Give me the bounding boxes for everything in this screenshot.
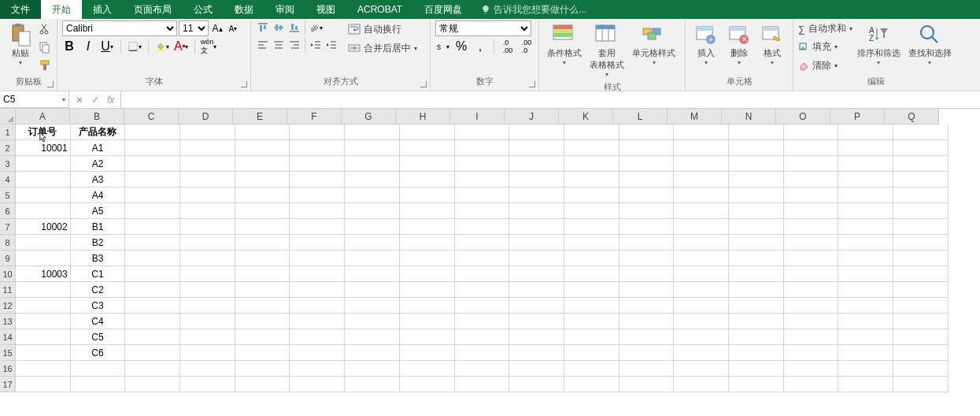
cell-J10[interactable] — [509, 266, 564, 282]
cell-K8[interactable] — [564, 235, 619, 251]
phonetic-button[interactable]: wén文▾ — [202, 39, 216, 54]
cell-I11[interactable] — [455, 282, 510, 298]
cancel-formula-button[interactable]: ✕ — [76, 95, 83, 106]
cell-B15[interactable]: C6 — [71, 345, 126, 361]
cell-D4[interactable] — [180, 172, 235, 188]
cell-A8[interactable] — [16, 235, 71, 251]
col-header-E[interactable]: E — [233, 109, 287, 124]
cell-G11[interactable] — [345, 282, 400, 298]
increase-decimal-button[interactable]: .0.00 — [501, 39, 515, 54]
tell-me[interactable]: 告诉我您想要做什么... — [473, 0, 586, 19]
cell-H17[interactable] — [400, 377, 455, 392]
cell-L6[interactable] — [619, 203, 675, 219]
cell-F16[interactable] — [290, 361, 345, 377]
cell-O3[interactable] — [784, 156, 839, 172]
cell-D13[interactable] — [180, 314, 235, 329]
cell-D8[interactable] — [180, 235, 235, 251]
cell-A14[interactable] — [16, 329, 71, 345]
cell-D7[interactable] — [180, 219, 235, 235]
cell-F15[interactable] — [290, 345, 345, 361]
cell-P4[interactable] — [838, 172, 893, 188]
cell-N8[interactable] — [729, 235, 784, 251]
cell-G12[interactable] — [345, 298, 400, 314]
cell-I3[interactable] — [455, 156, 510, 172]
col-header-J[interactable]: J — [505, 109, 559, 124]
cell-M15[interactable] — [674, 345, 729, 361]
sort-filter-button[interactable]: AZ 排序和筛选▾ — [854, 20, 904, 74]
cell-B14[interactable]: C5 — [71, 329, 126, 345]
row-header-3[interactable]: 3 — [0, 156, 16, 172]
cell-C3[interactable] — [125, 156, 180, 172]
row-header-11[interactable]: 11 — [0, 282, 16, 298]
bold-button[interactable]: B — [62, 39, 76, 54]
cell-B7[interactable]: B1 — [71, 219, 126, 235]
col-header-O[interactable]: O — [776, 109, 830, 124]
conditional-format-button[interactable]: 条件格式▾ — [544, 20, 585, 80]
cell-E15[interactable] — [235, 345, 290, 361]
row-header-9[interactable]: 9 — [0, 251, 16, 266]
col-header-Q[interactable]: Q — [885, 109, 939, 124]
cell-D17[interactable] — [180, 377, 235, 392]
row-header-17[interactable]: 17 — [0, 377, 16, 392]
tab-insert[interactable]: 插入 — [82, 0, 123, 19]
cell-D3[interactable] — [180, 156, 235, 172]
cell-B4[interactable]: A3 — [71, 172, 126, 188]
cell-M4[interactable] — [674, 172, 729, 188]
select-all-corner[interactable] — [0, 109, 16, 124]
cell-H3[interactable] — [400, 156, 455, 172]
cell-E7[interactable] — [235, 219, 290, 235]
italic-button[interactable]: I — [81, 39, 95, 54]
cell-B13[interactable]: C4 — [71, 314, 126, 329]
cell-L3[interactable] — [619, 156, 675, 172]
cell-Q15[interactable] — [893, 345, 949, 361]
cell-E8[interactable] — [235, 235, 290, 251]
cell-F1[interactable] — [290, 124, 345, 140]
cell-G7[interactable] — [345, 219, 400, 235]
cell-A17[interactable] — [16, 377, 71, 392]
col-header-N[interactable]: N — [722, 109, 776, 124]
insert-cells-button[interactable]: + 插入▾ — [690, 20, 722, 74]
tab-acrobat[interactable]: ACROBAT — [346, 0, 413, 19]
cell-H9[interactable] — [400, 251, 455, 266]
number-format-select[interactable]: 常规 — [435, 20, 531, 36]
cell-A2[interactable]: 10001 — [16, 140, 71, 156]
align-bottom-button[interactable] — [287, 20, 301, 35]
row-header-10[interactable]: 10 — [0, 266, 16, 282]
cell-I13[interactable] — [455, 314, 510, 329]
cell-styles-button[interactable]: 单元格样式▾ — [629, 20, 679, 80]
cell-L5[interactable] — [619, 188, 675, 203]
cell-H12[interactable] — [400, 298, 455, 314]
col-header-C[interactable]: C — [124, 109, 179, 124]
cell-G17[interactable] — [345, 377, 400, 392]
cell-G5[interactable] — [345, 188, 400, 203]
cell-O12[interactable] — [784, 298, 839, 314]
cell-A6[interactable] — [16, 203, 71, 219]
cell-D12[interactable] — [180, 298, 235, 314]
cell-M6[interactable] — [674, 203, 729, 219]
decrease-indent-button[interactable] — [309, 38, 323, 52]
cell-I17[interactable] — [455, 377, 510, 392]
increase-indent-button[interactable] — [324, 38, 338, 52]
cell-Q16[interactable] — [893, 361, 949, 377]
font-size-select[interactable]: 11 — [179, 20, 209, 36]
cell-E1[interactable] — [235, 124, 290, 140]
cell-A1[interactable]: 订单号 — [16, 124, 71, 140]
cell-E14[interactable] — [235, 329, 290, 345]
cell-B11[interactable]: C2 — [71, 282, 126, 298]
cell-K10[interactable] — [564, 266, 619, 282]
cell-L16[interactable] — [619, 361, 675, 377]
cell-M2[interactable] — [674, 140, 729, 156]
cell-O15[interactable] — [784, 345, 839, 361]
cell-J9[interactable] — [509, 251, 564, 266]
cell-J15[interactable] — [509, 345, 564, 361]
cell-K5[interactable] — [564, 188, 619, 203]
cell-C16[interactable] — [125, 361, 180, 377]
cell-E11[interactable] — [235, 282, 290, 298]
clear-button[interactable]: 清除▾ — [798, 58, 852, 72]
cell-F5[interactable] — [290, 188, 345, 203]
cell-N10[interactable] — [729, 266, 784, 282]
cell-A3[interactable] — [16, 156, 71, 172]
cell-C14[interactable] — [125, 329, 180, 345]
cell-M3[interactable] — [674, 156, 729, 172]
row-header-16[interactable]: 16 — [0, 361, 16, 377]
